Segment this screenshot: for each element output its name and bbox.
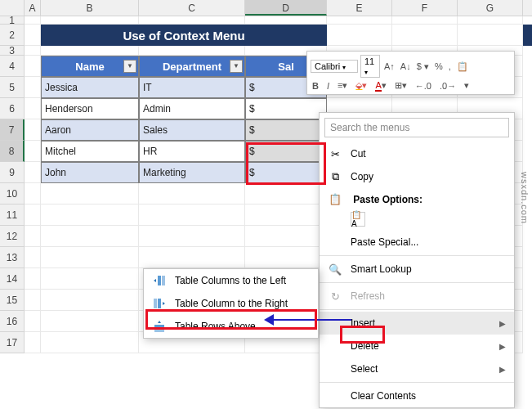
menu-clear-contents[interactable]: Clear Contents	[320, 384, 514, 407]
increase-decimal-icon[interactable]: .0→	[438, 81, 458, 91]
table-cell[interactable]: Aaron	[41, 119, 139, 141]
submenu-label: Table Columns to the Left	[175, 275, 310, 286]
col-header-G[interactable]: G	[458, 0, 523, 16]
row-header-17[interactable]: 17	[0, 332, 25, 353]
row-header-12[interactable]: 12	[0, 226, 25, 247]
font-color-icon[interactable]: A▾	[373, 80, 387, 91]
row-header-6[interactable]: 6	[0, 98, 25, 119]
menu-paste-option[interactable]: 📋A	[320, 208, 514, 231]
row-header-5[interactable]: 5	[0, 77, 25, 98]
row-header-9[interactable]: 9	[0, 162, 25, 183]
table-cell[interactable]: HR	[139, 141, 245, 162]
insert-rows-above-icon	[152, 319, 167, 334]
align-icon[interactable]: ≡▾	[336, 80, 349, 91]
menu-smart-lookup[interactable]: 🔍 Smart Lookup	[320, 258, 514, 281]
font-selector[interactable]: Calibri ▾	[311, 60, 358, 73]
search-menus-input[interactable]: Search the menus	[324, 118, 509, 137]
table-cell[interactable]: Sales	[139, 119, 245, 141]
paste-keep-source-icon: 📋A	[351, 212, 365, 227]
insert-columns-left-icon	[152, 273, 167, 288]
row-header-13[interactable]: 13	[0, 247, 25, 268]
menu-paste-special[interactable]: Paste Special...	[320, 231, 514, 254]
submenu-label: Table Column to the Right	[175, 298, 310, 309]
borders-icon[interactable]: ⊞▾	[393, 80, 409, 91]
table-cell[interactable]: Jessica	[41, 77, 139, 98]
insert-column-right-icon	[152, 296, 167, 311]
fill-color-icon[interactable]: ⬙▾	[354, 80, 369, 91]
row-header-1[interactable]: 1	[0, 16, 25, 25]
refresh-icon: ↻	[328, 289, 342, 303]
table-cell[interactable]: $	[245, 98, 327, 119]
row-header-2[interactable]: 2	[0, 25, 25, 46]
table-cell[interactable]: Admin	[139, 98, 245, 119]
menu-refresh: ↻ Refresh	[320, 285, 514, 308]
submenu-cols-left[interactable]: Table Columns to the Left	[144, 269, 318, 292]
row-header-15[interactable]: 15	[0, 290, 25, 311]
svg-rect-1	[162, 276, 165, 285]
dropdown-icon[interactable]: ▼	[230, 60, 243, 73]
paste-icon: 📋	[328, 191, 342, 206]
row-header-8[interactable]: 8	[0, 141, 25, 162]
menu-copy[interactable]: ⧉ Copy	[320, 165, 514, 188]
decrease-font-icon[interactable]: A↓	[399, 61, 413, 71]
col-header-C[interactable]: C	[139, 0, 245, 16]
merge-icon[interactable]: ▾	[463, 80, 471, 91]
insert-submenu: Table Columns to the Left Table Column t…	[143, 268, 319, 339]
format-painter-icon[interactable]: 📋	[455, 61, 470, 72]
select-all-corner[interactable]	[0, 0, 25, 16]
copy-icon: ⧉	[328, 169, 342, 184]
table-cell-selected[interactable]: $	[245, 141, 327, 162]
menu-delete[interactable]: Delete ▶	[320, 335, 514, 357]
table-cell[interactable]: Henderson	[41, 98, 139, 119]
increase-font-icon[interactable]: A↑	[382, 61, 396, 71]
table-cell[interactable]: John	[41, 162, 139, 183]
table-cell-selected[interactable]: $	[245, 119, 327, 141]
mini-toolbar: Calibri ▾ 11 ▾ A↑ A↓ $ ▾ % , 📋 B I ≡▾ ⬙▾…	[306, 51, 515, 95]
context-menu: Search the menus ✂ Cut ⧉ Copy 📋 Paste Op…	[319, 112, 515, 408]
currency-icon[interactable]: $ ▾	[415, 61, 431, 72]
column-headers: A B C D E F G	[0, 0, 532, 16]
table-cell[interactable]: $	[245, 162, 327, 183]
menu-cut[interactable]: ✂ Cut	[320, 142, 514, 165]
smart-lookup-icon: 🔍	[328, 262, 342, 276]
table-header-name[interactable]: Name▼	[41, 56, 139, 77]
table-cell[interactable]: IT	[139, 77, 245, 98]
font-size-selector[interactable]: 11 ▾	[360, 55, 380, 78]
chevron-right-icon: ▶	[499, 319, 506, 328]
menu-select[interactable]: Select ▶	[320, 357, 514, 380]
bold-button[interactable]: B	[311, 81, 320, 91]
col-header-B[interactable]: B	[41, 0, 139, 16]
col-header-A[interactable]: A	[25, 0, 41, 16]
row-header-10[interactable]: 10	[0, 183, 25, 204]
chevron-right-icon: ▶	[499, 365, 506, 374]
percent-icon[interactable]: %	[433, 61, 445, 71]
svg-rect-0	[158, 276, 161, 285]
decrease-decimal-icon[interactable]: ←.0	[414, 81, 433, 91]
col-header-D[interactable]: D	[245, 0, 327, 16]
table-header-dept[interactable]: Department▼	[139, 56, 245, 77]
submenu-label: Table Rows Above	[175, 321, 310, 332]
comma-icon[interactable]: ,	[447, 61, 453, 71]
row-header-11[interactable]: 11	[0, 204, 25, 226]
dropdown-icon[interactable]: ▼	[123, 60, 136, 73]
svg-rect-5	[154, 329, 164, 332]
paste-options-label: 📋 Paste Options:	[320, 188, 514, 208]
submenu-col-right[interactable]: Table Column to the Right	[144, 292, 318, 315]
row-header-4[interactable]: 4	[0, 56, 25, 77]
row-header-3[interactable]: 3	[0, 46, 25, 56]
table-cell[interactable]: Mitchel	[41, 141, 139, 162]
title-cell: Use of Context Menu	[41, 25, 327, 46]
table-cell[interactable]: Marketing	[139, 162, 245, 183]
svg-rect-3	[158, 299, 161, 308]
italic-button[interactable]: I	[325, 81, 331, 91]
menu-insert[interactable]: Insert ▶	[320, 312, 514, 335]
svg-rect-4	[154, 325, 164, 328]
row-header-14[interactable]: 14	[0, 268, 25, 290]
col-header-F[interactable]: F	[392, 0, 458, 16]
svg-rect-2	[154, 299, 157, 308]
col-header-E[interactable]: E	[327, 0, 392, 16]
row-header-16[interactable]: 16	[0, 311, 25, 332]
annotation-arrow-head	[264, 314, 274, 326]
row-header-7[interactable]: 7	[0, 119, 25, 141]
watermark: wsxdn.com	[520, 172, 530, 224]
